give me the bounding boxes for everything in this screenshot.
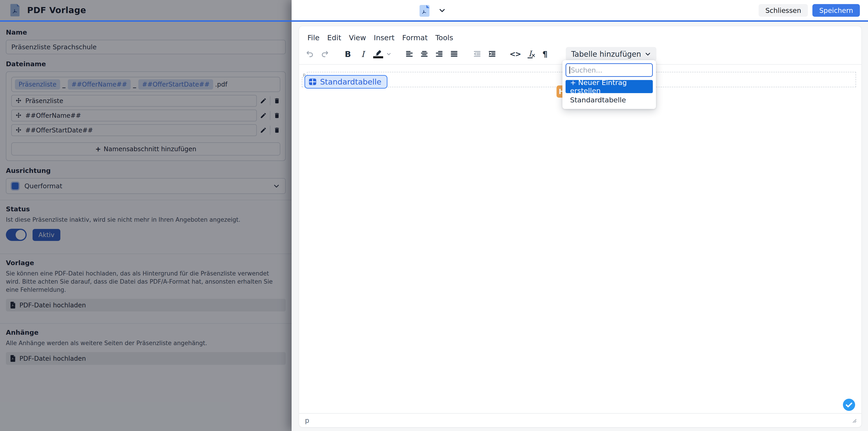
close-button-label: Schliessen <box>765 6 801 14</box>
modal-header: Schliessen Speichern <box>291 0 868 20</box>
dropdown-option-standardtabelle[interactable]: Standardtabelle <box>565 94 653 106</box>
indent-icon[interactable] <box>486 48 498 60</box>
background-color-icon[interactable] <box>371 48 385 60</box>
dropdown-search[interactable] <box>565 63 653 77</box>
save-button[interactable]: Speichern <box>812 4 860 17</box>
pdf-editor-modal: Schliessen Speichern File Edit View Inse… <box>291 0 868 431</box>
paragraph-marks-icon[interactable]: ¶ <box>539 48 551 60</box>
menu-insert[interactable]: Insert <box>370 32 398 44</box>
chevron-down-icon[interactable] <box>438 7 446 14</box>
editor-menubar: File Edit View Insert Format Tools <box>299 26 862 44</box>
outdent-icon[interactable] <box>471 48 484 60</box>
save-button-label: Speichern <box>819 6 853 14</box>
menu-format[interactable]: Format <box>399 32 431 44</box>
standard-table-chip[interactable]: Standardtabelle <box>305 75 388 89</box>
add-table-label: Tabelle hinzufügen <box>571 50 641 59</box>
editor-content-area[interactable]: p Standardtabelle <box>299 65 862 417</box>
table-dropdown-menu: + Neuer Eintrag erstellen Standardtabell… <box>562 60 656 109</box>
align-left-icon[interactable] <box>403 48 416 60</box>
color-menu-chevron-icon[interactable] <box>385 48 393 60</box>
redo-icon[interactable] <box>318 48 331 60</box>
align-justify-icon[interactable] <box>448 48 460 60</box>
menu-view[interactable]: View <box>346 32 370 44</box>
chevron-down-icon <box>645 51 651 57</box>
menu-file[interactable]: File <box>304 32 323 44</box>
table-icon <box>308 78 317 86</box>
header-accent-line <box>0 20 868 22</box>
dropdown-option-label: Standardtabelle <box>570 96 626 104</box>
current-color-swatch <box>373 56 383 58</box>
element-path[interactable]: p <box>305 417 309 425</box>
pdf-file-tab-icon[interactable] <box>420 5 430 17</box>
menu-edit[interactable]: Edit <box>324 32 345 44</box>
clear-formatting-icon[interactable]: I× <box>524 48 536 60</box>
modal-backdrop-overlay[interactable] <box>0 0 291 431</box>
menu-tools[interactable]: Tools <box>432 32 457 44</box>
standard-table-chip-label: Standardtabelle <box>320 77 381 86</box>
text-cursor <box>569 66 570 74</box>
bold-icon[interactable]: B <box>342 48 354 60</box>
create-new-entry-label: + Neuer Eintrag erstellen <box>570 79 648 95</box>
add-table-dropdown-button[interactable]: Tabelle hinzufügen <box>566 47 656 61</box>
confirm-check-button[interactable] <box>843 399 855 411</box>
create-new-entry-option[interactable]: + Neuer Eintrag erstellen <box>565 80 653 93</box>
editor-statusbar: p <box>299 413 862 427</box>
pdf-template-sidebar: PDF Vorlage Name Präsenzliste Sprachschu… <box>0 0 291 431</box>
resize-handle-icon[interactable] <box>850 417 857 424</box>
italic-icon[interactable]: I <box>356 48 369 60</box>
undo-icon[interactable] <box>304 48 316 60</box>
search-input[interactable] <box>566 64 652 76</box>
align-center-icon[interactable] <box>418 48 431 60</box>
close-button[interactable]: Schliessen <box>758 4 808 17</box>
source-code-icon[interactable]: <> <box>509 48 522 60</box>
align-right-icon[interactable] <box>433 48 445 60</box>
